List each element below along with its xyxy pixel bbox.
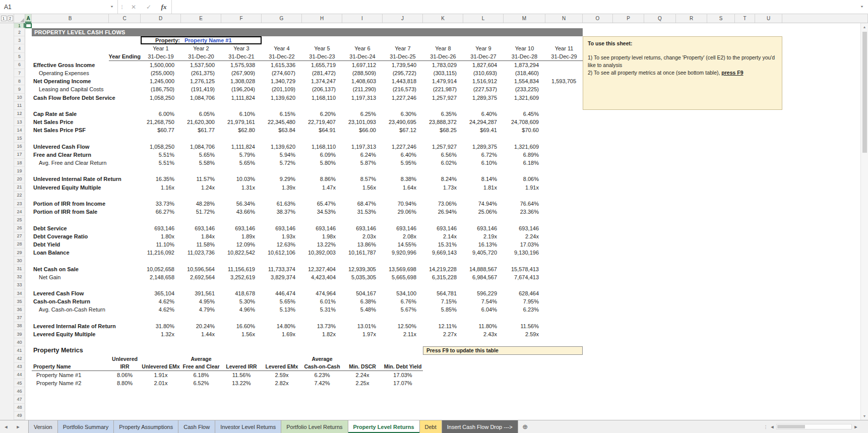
cell-value[interactable]: 504,167 bbox=[342, 289, 383, 297]
row-header-43[interactable]: 43 bbox=[14, 363, 25, 371]
cell-value[interactable]: $70.60 bbox=[504, 126, 545, 134]
cell-value[interactable]: 2.08x bbox=[383, 232, 423, 240]
cell-value[interactable]: 1,537,500 bbox=[181, 61, 221, 69]
cell-value[interactable]: 4.95% bbox=[181, 297, 221, 305]
cell-value[interactable]: 5.31% bbox=[302, 305, 342, 314]
cell-value[interactable]: 6.45% bbox=[504, 110, 545, 118]
cell-value[interactable]: 1.84x bbox=[181, 232, 221, 240]
row-header-6[interactable]: 6 bbox=[14, 61, 25, 69]
cell-value[interactable]: 12.63% bbox=[262, 240, 302, 249]
cell-value[interactable]: 596,229 bbox=[463, 289, 504, 297]
column-header-S[interactable]: S bbox=[707, 14, 735, 23]
cell-value[interactable]: 6.30% bbox=[383, 110, 423, 118]
cell-value[interactable]: 1,289,375 bbox=[463, 94, 504, 102]
cell-value[interactable]: (227,537) bbox=[463, 85, 504, 93]
metrics-value[interactable]: 17.07% bbox=[383, 379, 423, 387]
cell-value[interactable]: 6.04% bbox=[463, 305, 504, 314]
cell-value[interactable]: 1,227,246 bbox=[383, 143, 423, 151]
row-header-47[interactable]: 47 bbox=[14, 395, 25, 403]
cell-value[interactable]: 11,023,736 bbox=[181, 249, 221, 257]
spreadsheet-grid[interactable]: PROPERTY LEVEL CASH FLOWS Property: Prop… bbox=[0, 23, 868, 420]
cell-value[interactable]: 11.80% bbox=[463, 322, 504, 330]
row-header-29[interactable]: 29 bbox=[14, 249, 25, 257]
cell-value[interactable]: 10,161,787 bbox=[342, 249, 383, 257]
sheet-tab-portfolio-level-returns[interactable]: Portfolio Level Returns bbox=[281, 420, 348, 433]
row-header-2[interactable]: 2 bbox=[14, 28, 25, 36]
metrics-value[interactable]: 1.91x bbox=[141, 371, 181, 379]
column-header-B[interactable]: B bbox=[32, 14, 109, 23]
metrics-value[interactable]: 2.59x bbox=[262, 371, 302, 379]
cell-value[interactable]: 1,257,927 bbox=[423, 94, 463, 102]
cell-value[interactable]: 14.80% bbox=[262, 322, 302, 330]
cell-value[interactable]: 5.65% bbox=[221, 159, 262, 167]
cell-value[interactable]: 1.97x bbox=[342, 330, 383, 338]
cell-value[interactable]: 4.62% bbox=[141, 305, 181, 314]
cell-value[interactable]: 11.58% bbox=[181, 240, 221, 249]
column-header-O[interactable]: O bbox=[583, 14, 613, 23]
cell-value[interactable]: (191,419) bbox=[181, 85, 221, 93]
row-header-12[interactable]: 12 bbox=[14, 110, 25, 118]
row-header-41[interactable]: 41 bbox=[14, 346, 25, 354]
cell-value[interactable]: 1,408,603 bbox=[342, 77, 383, 85]
cell-value[interactable]: 534,100 bbox=[383, 289, 423, 297]
row-header-11[interactable]: 11 bbox=[14, 102, 25, 110]
row-header-37[interactable]: 37 bbox=[14, 314, 25, 322]
cell-value[interactable]: 5.80% bbox=[302, 159, 342, 167]
cell-value[interactable]: 61.63% bbox=[262, 200, 302, 208]
cell-value[interactable]: 31.80% bbox=[141, 322, 181, 330]
outline-level-2-button[interactable]: 2 bbox=[8, 16, 13, 21]
cell-value[interactable]: $61.77 bbox=[181, 126, 221, 134]
cell-value[interactable]: (261,375) bbox=[181, 69, 221, 77]
row-header-24[interactable]: 24 bbox=[14, 208, 25, 216]
cell-value[interactable]: 13.01% bbox=[342, 322, 383, 330]
cell-value[interactable]: (221,987) bbox=[423, 85, 463, 93]
cell-value[interactable]: 1.56x bbox=[221, 330, 262, 338]
cancel-icon[interactable]: ✕ bbox=[126, 0, 141, 14]
cell-value[interactable]: 391,561 bbox=[181, 289, 221, 297]
cell-value[interactable]: 1,479,914 bbox=[423, 77, 463, 85]
cell-value[interactable]: 43.66% bbox=[221, 208, 262, 216]
cell-value[interactable]: 23,101,093 bbox=[342, 118, 383, 126]
cell-value[interactable]: 1,308,028 bbox=[221, 77, 262, 85]
cell-value[interactable]: 6.18% bbox=[504, 159, 545, 167]
cell-value[interactable]: 5.48% bbox=[342, 305, 383, 314]
vertical-scrollbar[interactable] bbox=[860, 23, 868, 420]
tab-splitter-icon[interactable] bbox=[763, 424, 768, 429]
cell-value[interactable]: 21,979,161 bbox=[221, 118, 262, 126]
row-header-36[interactable]: 36 bbox=[14, 305, 25, 314]
cell-value[interactable]: 5.87% bbox=[342, 159, 383, 167]
cell-value[interactable]: 5.95% bbox=[383, 159, 423, 167]
cell-value[interactable]: 13.22% bbox=[302, 240, 342, 249]
metrics-value[interactable]: 11.56% bbox=[221, 371, 262, 379]
row-header-49[interactable]: 49 bbox=[14, 412, 25, 420]
insert-function-icon[interactable]: fx bbox=[156, 0, 171, 14]
cell-value[interactable]: (233,225) bbox=[504, 85, 545, 93]
column-header-D[interactable]: D bbox=[141, 14, 181, 23]
cell-value[interactable]: 16.35% bbox=[141, 175, 181, 183]
cell-value[interactable]: 1,289,375 bbox=[463, 143, 504, 151]
column-header-P[interactable]: P bbox=[613, 14, 644, 23]
cell-value[interactable]: 1,783,029 bbox=[423, 61, 463, 69]
metrics-value[interactable]: 6.52% bbox=[181, 379, 221, 387]
cell-value[interactable]: 14,219,228 bbox=[423, 265, 463, 273]
cell-value[interactable]: 2.27x bbox=[423, 330, 463, 338]
active-cell-a1[interactable] bbox=[25, 23, 32, 28]
cell-value[interactable]: 21,620,300 bbox=[181, 118, 221, 126]
cell-value[interactable]: 7.15% bbox=[423, 297, 463, 305]
cell-value[interactable]: 29.06% bbox=[383, 208, 423, 216]
row-header-20[interactable]: 20 bbox=[14, 175, 25, 183]
row-header-9[interactable]: 9 bbox=[14, 85, 25, 93]
cell-value[interactable]: 4,423,404 bbox=[302, 273, 342, 281]
cell-value[interactable]: 1,443,818 bbox=[383, 77, 423, 85]
cell-value[interactable]: (211,290) bbox=[342, 85, 383, 93]
cell-value[interactable]: 1,058,250 bbox=[141, 143, 181, 151]
row-header-17[interactable]: 17 bbox=[14, 151, 25, 159]
cell-value[interactable]: 6.24% bbox=[342, 151, 383, 159]
cell-value[interactable]: 2.59x bbox=[504, 330, 545, 338]
cell-value[interactable]: (267,909) bbox=[221, 69, 262, 77]
row-header-45[interactable]: 45 bbox=[14, 379, 25, 387]
cell-value[interactable]: 6,315,228 bbox=[423, 273, 463, 281]
cell-value[interactable]: 11.10% bbox=[141, 240, 181, 249]
cell-value[interactable]: 6,984,567 bbox=[463, 273, 504, 281]
cell-value[interactable]: $60.77 bbox=[141, 126, 181, 134]
